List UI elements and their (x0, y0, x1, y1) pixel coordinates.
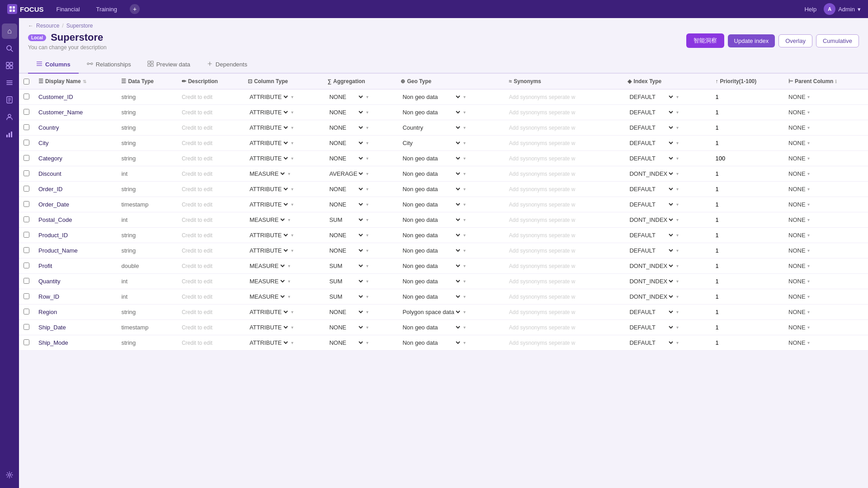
user-menu[interactable]: A Admin ▾ (824, 3, 861, 15)
row-index-type[interactable]: DEFAULT DEFAULTDONT_INDEX ▾ (623, 320, 711, 335)
index-type-select[interactable]: DEFAULT DEFAULTDONT_INDEX (627, 185, 675, 193)
row-description[interactable]: Credit to edit (177, 166, 243, 182)
sidebar-grid[interactable] (2, 58, 17, 73)
geo-type-select[interactable]: Polygon space data Non geo dataCountryCi… (401, 308, 462, 316)
aggregation-select[interactable]: NONE NONESUMAVERAGECOUNT (327, 93, 364, 101)
row-description[interactable]: Credit to edit (177, 89, 243, 105)
row-column-type[interactable]: ATTRIBUTE MEASURE ▾ (243, 243, 323, 258)
priority-input[interactable] (716, 124, 734, 131)
synonyms-input[interactable] (509, 232, 581, 239)
row-synonyms[interactable] (505, 243, 623, 258)
row-aggregation[interactable]: NONE NONESUMAVERAGECOUNT ▾ (323, 105, 396, 120)
index-type-select[interactable]: DEFAULT DEFAULTDONT_INDEX (627, 308, 675, 316)
priority-input[interactable] (716, 232, 734, 239)
priority-input[interactable] (716, 339, 734, 346)
row-checkbox[interactable] (24, 124, 29, 130)
row-column-type[interactable]: ATTRIBUTE MEASURE ▾ (243, 120, 323, 136)
help-link[interactable]: Help (804, 6, 816, 13)
row-aggregation[interactable]: NONE NONESUMAVERAGECOUNT ▾ (323, 136, 396, 151)
priority-input[interactable] (716, 201, 734, 208)
row-checkbox[interactable] (24, 232, 29, 238)
geo-type-select[interactable]: Non geo data Non geo dataCountryCityPoly… (401, 155, 462, 162)
row-index-type[interactable]: DEFAULT DEFAULTDONT_INDEX ▾ (623, 243, 711, 258)
row-description[interactable]: Credit to edit (177, 243, 243, 258)
row-column-type[interactable]: ATTRIBUTE MEASURE ▾ (243, 197, 323, 212)
priority-input[interactable] (716, 109, 734, 116)
row-parent-column[interactable]: NONE ▾ (784, 136, 868, 151)
column-type-select[interactable]: ATTRIBUTE MEASURE (248, 139, 289, 147)
sidebar-chart[interactable] (2, 127, 17, 142)
priority-input[interactable] (716, 155, 734, 162)
row-checkbox[interactable] (24, 216, 29, 222)
row-synonyms[interactable] (505, 120, 623, 136)
row-description[interactable]: Credit to edit (177, 212, 243, 228)
synonyms-input[interactable] (509, 248, 581, 254)
column-type-select[interactable]: ATTRIBUTE MEASURE (248, 308, 289, 316)
row-parent-column[interactable]: NONE ▾ (784, 151, 868, 166)
row-synonyms[interactable] (505, 305, 623, 320)
row-checkbox[interactable] (24, 109, 29, 115)
row-parent-column[interactable]: NONE ▾ (784, 89, 868, 105)
synonyms-input[interactable] (509, 324, 581, 331)
priority-input[interactable] (716, 309, 734, 315)
column-type-select[interactable]: MEASURE MEASURE (248, 277, 286, 285)
row-priority[interactable] (711, 320, 784, 335)
row-column-type[interactable]: MEASURE MEASURE ▾ (243, 289, 323, 305)
row-synonyms[interactable] (505, 258, 623, 274)
geo-type-select[interactable]: Non geo data Non geo dataCountryCityPoly… (401, 185, 462, 193)
index-type-select[interactable]: DEFAULT DEFAULTDONT_INDEX (627, 124, 675, 131)
row-synonyms[interactable] (505, 228, 623, 243)
row-geo-type[interactable]: Non geo data Non geo dataCountryCityPoly… (396, 197, 504, 212)
row-priority[interactable] (711, 89, 784, 105)
row-parent-column[interactable]: NONE ▾ (784, 320, 868, 335)
th-index-type[interactable]: ◈ Index Type (623, 74, 711, 89)
synonyms-input[interactable] (509, 155, 581, 162)
row-description[interactable]: Credit to edit (177, 320, 243, 335)
row-checkbox[interactable] (24, 140, 29, 145)
row-geo-type[interactable]: Polygon space data Non geo dataCountryCi… (396, 305, 504, 320)
index-type-select[interactable]: DEFAULT DEFAULTDONT_INDEX (627, 201, 675, 208)
overlay-button[interactable]: Overlay (778, 34, 812, 47)
row-column-type[interactable]: ATTRIBUTE MEASURE ▾ (243, 89, 323, 105)
row-index-type[interactable]: DEFAULT DEFAULTDONT_INDEX ▾ (623, 105, 711, 120)
row-aggregation[interactable]: NONE NONESUMAVERAGECOUNT ▾ (323, 228, 396, 243)
index-type-select[interactable]: DONT_INDEX DEFAULTDONT_INDEX (627, 293, 675, 300)
update-index-button[interactable]: Update index (728, 34, 775, 47)
priority-input[interactable] (716, 278, 734, 285)
row-geo-type[interactable]: Non geo data Non geo dataCountryCityPoly… (396, 274, 504, 289)
index-type-select[interactable]: DEFAULT DEFAULTDONT_INDEX (627, 93, 675, 101)
row-synonyms[interactable] (505, 274, 623, 289)
row-checkbox[interactable] (24, 94, 29, 99)
priority-input[interactable] (716, 293, 734, 300)
row-index-type[interactable]: DEFAULT DEFAULTDONT_INDEX ▾ (623, 136, 711, 151)
row-parent-column[interactable]: NONE ▾ (784, 120, 868, 136)
row-column-type[interactable]: MEASURE MEASURE ▾ (243, 166, 323, 182)
row-parent-column[interactable]: NONE ▾ (784, 258, 868, 274)
synonyms-input[interactable] (509, 340, 581, 346)
row-description[interactable]: Credit to edit (177, 289, 243, 305)
row-index-type[interactable]: DONT_INDEX DEFAULTDONT_INDEX ▾ (623, 289, 711, 305)
row-parent-column[interactable]: NONE ▾ (784, 105, 868, 120)
sidebar-menu[interactable] (2, 75, 17, 90)
row-checkbox[interactable] (24, 247, 29, 253)
tab-preview[interactable]: Preview data (139, 56, 198, 74)
row-geo-type[interactable]: Non geo data Non geo dataCountryCityPoly… (396, 89, 504, 105)
column-type-select[interactable]: ATTRIBUTE MEASURE (248, 201, 289, 208)
row-aggregation[interactable]: NONE NONESUMAVERAGECOUNT ▾ (323, 120, 396, 136)
aggregation-select[interactable]: SUM NONESUMAVERAGECOUNT (327, 293, 364, 300)
row-synonyms[interactable] (505, 151, 623, 166)
row-geo-type[interactable]: Non geo data Non geo dataCountryCityPoly… (396, 151, 504, 166)
row-description[interactable]: Credit to edit (177, 335, 243, 351)
aggregation-select[interactable]: NONE NONESUMAVERAGECOUNT (327, 339, 364, 347)
row-geo-type[interactable]: Non geo data Non geo dataCountryCityPoly… (396, 105, 504, 120)
th-geo-type[interactable]: ⊕ Geo Type (396, 74, 504, 89)
row-synonyms[interactable] (505, 166, 623, 182)
row-parent-column[interactable]: NONE ▾ (784, 305, 868, 320)
row-checkbox[interactable] (24, 339, 29, 345)
priority-input[interactable] (716, 140, 734, 146)
row-priority[interactable] (711, 228, 784, 243)
row-aggregation[interactable]: NONE NONESUMAVERAGECOUNT ▾ (323, 151, 396, 166)
th-aggregation[interactable]: ∑ Aggregation (323, 74, 396, 89)
geo-type-select[interactable]: Non geo data Non geo dataCountryCityPoly… (401, 277, 462, 285)
column-type-select[interactable]: ATTRIBUTE MEASURE (248, 185, 289, 193)
